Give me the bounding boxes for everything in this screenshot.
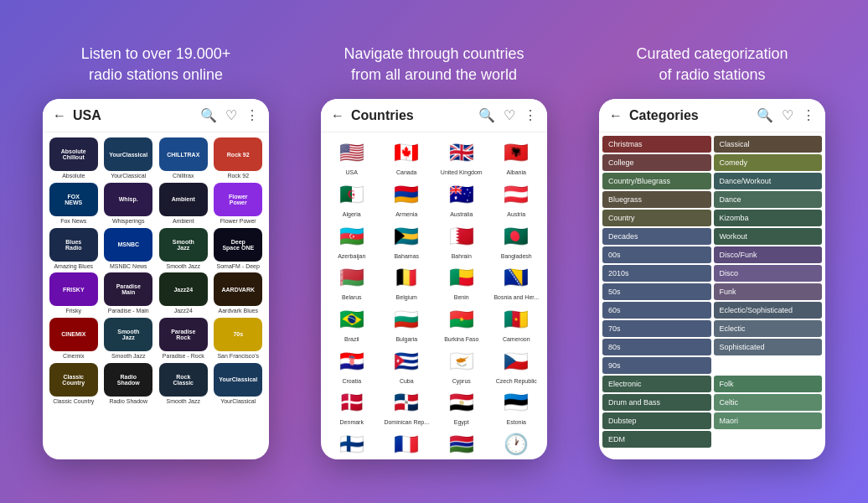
category-item-right[interactable]: Celtic (714, 394, 823, 411)
radio-item[interactable]: Paradise RockParadise - Rock (158, 318, 209, 360)
radio-item[interactable]: Deep Space ONESomaFM - Deep (213, 228, 265, 270)
country-item[interactable]: 🇪🇪Estonia (491, 387, 543, 426)
category-item-right[interactable]: Kizomba (714, 210, 823, 226)
category-item-left[interactable]: Drum and Bass (602, 394, 711, 411)
country-item[interactable]: 🇧🇷Brazil (326, 304, 378, 343)
category-item-left[interactable]: 00s (602, 246, 711, 263)
category-item-left[interactable]: 80s (602, 339, 711, 355)
back-button-countries[interactable]: ← (331, 108, 344, 123)
category-item-left[interactable]: Bluegrass (602, 191, 711, 208)
category-item-right[interactable]: Classical (714, 136, 823, 153)
category-item-left[interactable]: EDM (602, 431, 711, 448)
radio-item[interactable]: CHILLTRAXChilltrax (158, 137, 209, 179)
category-item-right[interactable]: Comedy (714, 154, 823, 171)
favorite-icon-usa[interactable]: ♡ (225, 107, 237, 123)
radio-item[interactable]: Rock 92Rock 92 (213, 137, 265, 179)
favorite-icon-categories[interactable]: ♡ (782, 107, 793, 123)
country-item[interactable]: 🕐... (491, 429, 543, 459)
country-item[interactable]: 🇧🇦Bosnia and Her... (491, 262, 543, 301)
country-item[interactable]: 🇬🇲Gambia (436, 429, 488, 459)
radio-item[interactable]: Flower PowerFlower Power (213, 183, 265, 225)
favorite-icon-countries[interactable]: ♡ (504, 107, 515, 123)
radio-item[interactable]: Blues RadioAmazing Blues (48, 228, 100, 270)
category-item-left[interactable]: 90s (602, 357, 711, 374)
country-item[interactable]: 🇧🇬Bulgaria (381, 304, 433, 343)
country-item[interactable]: 🇧🇩Bangladesh (491, 221, 543, 260)
category-item-left[interactable]: Country (602, 210, 711, 226)
category-item-right[interactable]: Workout (714, 228, 823, 245)
country-item[interactable]: 🇨🇦Canada (381, 137, 433, 176)
country-item[interactable]: 🇫🇷France (381, 429, 433, 459)
country-item[interactable]: 🇺🇸USA (326, 137, 378, 176)
country-item[interactable]: 🇧🇭Bahrain (436, 221, 488, 260)
category-item-left[interactable]: 70s (602, 320, 711, 337)
radio-item[interactable]: Smooth JazzSmooth Jazz (158, 228, 209, 270)
category-item-right[interactable]: Eclectic/Sophisticated (714, 302, 823, 319)
radio-item[interactable]: FRISKYFrisky (48, 272, 100, 314)
country-item[interactable]: 🇨🇾Cyprus (436, 346, 488, 385)
more-icon-usa[interactable]: ⋮ (245, 107, 259, 123)
category-item-right[interactable]: Disco/Funk (714, 246, 823, 263)
category-item-left[interactable]: Decades (602, 228, 711, 245)
country-item[interactable]: 🇧🇫Burkina Faso (436, 304, 488, 343)
country-item[interactable]: 🇧🇾Belarus (326, 262, 378, 301)
back-button-usa[interactable]: ← (53, 108, 66, 123)
more-icon-countries[interactable]: ⋮ (524, 107, 537, 123)
category-item-left[interactable]: Electronic (602, 376, 711, 392)
more-icon-categories[interactable]: ⋮ (802, 107, 815, 123)
radio-item[interactable]: YourClassicalYourClassical (103, 137, 155, 179)
country-item[interactable]: 🇧🇯Benin (436, 262, 488, 301)
country-item[interactable]: 🇨🇿Czech Republic (491, 346, 543, 385)
category-item-left[interactable]: Christmas (602, 136, 711, 153)
search-icon-usa[interactable]: 🔍 (200, 107, 217, 123)
back-button-categories[interactable]: ← (609, 108, 623, 123)
radio-item[interactable]: Jazz24Jazz24 (158, 272, 209, 314)
category-item-right[interactable]: Dance/Workout (714, 173, 823, 189)
country-item[interactable]: 🇪🇬Egypt (436, 387, 488, 426)
country-item[interactable]: 🇨🇲Cameroon (491, 304, 543, 343)
category-item-left[interactable]: College (602, 154, 711, 171)
category-item-right[interactable]: Eclectic (714, 320, 823, 337)
country-item[interactable]: 🇩🇰Denmark (326, 387, 378, 426)
country-item[interactable]: 🇬🇧United Kingdom (436, 137, 488, 176)
country-item[interactable]: 🇦🇱Albania (491, 137, 543, 176)
country-item[interactable]: 🇧🇸Bahamas (381, 221, 433, 260)
country-item[interactable]: 🇦🇺Australia (436, 179, 488, 218)
category-item-left[interactable]: Dubstep (602, 412, 711, 429)
radio-item[interactable]: 70sSan Francisco's (213, 318, 265, 360)
category-item-right[interactable]: Funk (714, 283, 823, 300)
category-item-right[interactable]: Dance (714, 191, 823, 208)
category-item-right[interactable]: Folk (714, 376, 823, 392)
radio-item[interactable]: FOX NEWSFox News (48, 183, 100, 225)
category-item-right[interactable]: Maori (714, 412, 823, 429)
country-item[interactable]: 🇭🇷Croatia (326, 346, 378, 385)
search-icon-categories[interactable]: 🔍 (757, 107, 773, 123)
radio-item[interactable]: CINEMIXCinemix (48, 318, 100, 360)
country-item[interactable]: 🇫🇮Finland (326, 429, 378, 459)
radio-item[interactable]: Smooth JazzSmooth Jazz (103, 318, 155, 360)
category-item-right[interactable]: Sophisticated (714, 339, 823, 355)
country-item[interactable]: 🇩🇿Algeria (326, 179, 378, 218)
radio-item[interactable]: YourClassicalYourClassical (213, 363, 265, 405)
radio-item[interactable]: MSNBCMSNBC News (103, 228, 155, 270)
radio-item[interactable]: AmbientAmbient (158, 183, 209, 225)
radio-item[interactable]: Paradise MainParadise - Main (103, 272, 155, 314)
country-item[interactable]: 🇨🇺Cuba (381, 346, 433, 385)
radio-item[interactable]: Absolute ChilloutAbsolute (48, 137, 100, 179)
category-item-left[interactable]: 60s (602, 302, 711, 319)
radio-item[interactable]: Radio ShadowRadio Shadow (103, 363, 155, 405)
category-item-left[interactable]: 2010s (602, 265, 711, 282)
category-item-left[interactable]: 50s (602, 283, 711, 300)
category-item-left[interactable]: Country/Bluegrass (602, 173, 711, 189)
country-item[interactable]: 🇦🇿Azerbaijan (326, 221, 378, 260)
country-item[interactable]: 🇧🇪Belgium (381, 262, 433, 301)
country-item[interactable]: 🇦🇲Armenia (381, 179, 433, 218)
radio-item[interactable]: AARDVARKAardvark Blues (213, 272, 265, 314)
country-item[interactable]: 🇦🇹Austria (491, 179, 543, 218)
country-item[interactable]: 🇩🇴Dominican Rep... (381, 387, 433, 426)
radio-item[interactable]: Classic CountryClassic Country (48, 363, 100, 405)
category-item-right[interactable]: Disco (714, 265, 823, 282)
radio-item[interactable]: Whisp.Whisperings (103, 183, 155, 225)
radio-item[interactable]: Rock ClassicSmooth Jazz (158, 363, 209, 405)
search-icon-countries[interactable]: 🔍 (478, 107, 495, 123)
